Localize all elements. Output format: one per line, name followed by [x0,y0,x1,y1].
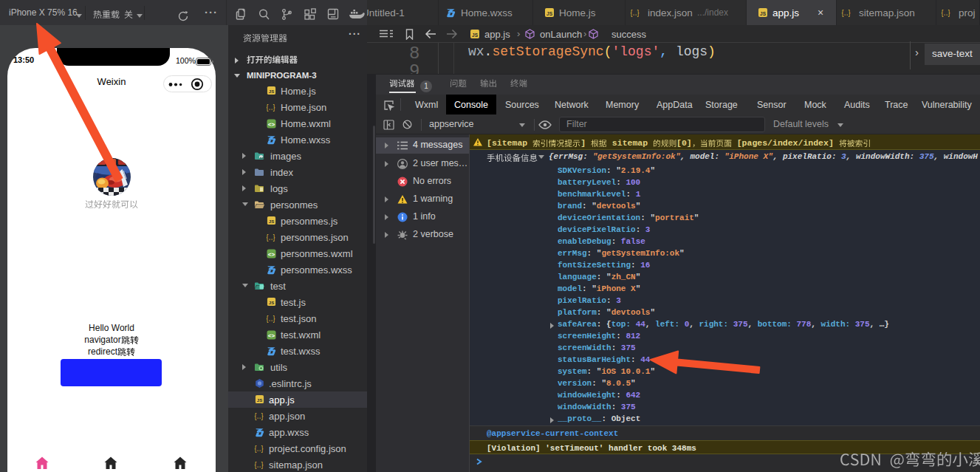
svg-text:{..}: {..} [255,462,264,470]
svg-text:<>: <> [268,120,275,127]
svg-text:JS: JS [269,300,274,304]
svg-text:{..}: {..} [631,10,640,18]
svg-text:JS: JS [269,219,274,223]
svg-text:{..}: {..} [842,10,851,18]
svg-text:JS: JS [257,397,262,402]
svg-text:{..}: {..} [255,445,264,454]
svg-text:{..}: {..} [942,10,950,18]
svg-text:{..}: {..} [267,104,275,112]
svg-text:JS: JS [546,11,553,16]
svg-text:{..}: {..} [267,315,275,324]
svg-text:<>: <> [268,332,275,338]
svg-text:JS: JS [472,33,479,38]
svg-text:{..}: {..} [267,234,275,242]
svg-text:{..}: {..} [255,413,264,421]
svg-text:JS: JS [760,11,767,16]
svg-text:<>: <> [268,250,275,257]
svg-text:JS: JS [269,89,274,93]
